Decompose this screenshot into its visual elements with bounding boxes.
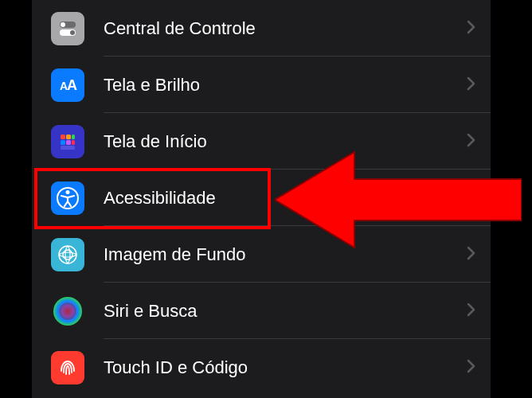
settings-item-label: Siri e Busca bbox=[104, 301, 467, 322]
svg-rect-10 bbox=[66, 140, 71, 145]
display-brightness-icon: A A bbox=[51, 68, 84, 102]
settings-item-touch-id[interactable]: Touch ID e Código bbox=[32, 339, 491, 396]
control-center-icon bbox=[51, 12, 84, 45]
chevron-right-icon bbox=[467, 75, 476, 96]
svg-point-15 bbox=[59, 246, 76, 263]
svg-point-3 bbox=[70, 30, 75, 35]
svg-text:A: A bbox=[67, 77, 77, 93]
settings-panel: Central de Controle A A Tela e Brilho bbox=[32, 0, 491, 398]
home-screen-icon bbox=[51, 125, 84, 158]
svg-rect-8 bbox=[72, 135, 75, 139]
settings-item-label: Imagem de Fundo bbox=[104, 244, 467, 265]
siri-icon bbox=[51, 295, 84, 328]
svg-rect-11 bbox=[72, 140, 75, 145]
svg-rect-7 bbox=[66, 135, 71, 139]
settings-item-label: Acessibilidade bbox=[104, 188, 467, 209]
settings-item-label: Touch ID e Código bbox=[104, 357, 467, 378]
chevron-right-icon bbox=[467, 301, 476, 322]
settings-item-home-screen[interactable]: Tela de Início bbox=[32, 113, 491, 170]
touch-id-icon bbox=[51, 351, 84, 384]
accessibility-icon bbox=[51, 181, 84, 215]
settings-list: Central de Controle A A Tela e Brilho bbox=[32, 0, 491, 396]
svg-point-16 bbox=[63, 250, 72, 259]
svg-rect-6 bbox=[61, 135, 65, 139]
wallpaper-icon bbox=[51, 238, 84, 271]
chevron-right-icon bbox=[467, 131, 476, 152]
settings-item-label: Tela e Brilho bbox=[104, 75, 467, 96]
chevron-right-icon bbox=[467, 244, 476, 265]
svg-rect-9 bbox=[61, 140, 65, 145]
chevron-right-icon bbox=[467, 357, 476, 378]
svg-point-18 bbox=[59, 302, 76, 320]
svg-point-1 bbox=[61, 22, 65, 27]
settings-item-label: Tela de Início bbox=[104, 131, 467, 152]
settings-item-accessibility[interactable]: Acessibilidade bbox=[32, 170, 491, 226]
settings-item-control-center[interactable]: Central de Controle bbox=[32, 0, 491, 57]
chevron-right-icon bbox=[467, 18, 476, 39]
svg-point-14 bbox=[66, 190, 70, 194]
settings-item-siri-search[interactable]: Siri e Busca bbox=[32, 283, 491, 339]
settings-item-wallpaper[interactable]: Imagem de Fundo bbox=[32, 226, 491, 283]
svg-rect-12 bbox=[61, 146, 75, 150]
settings-item-display-brightness[interactable]: A A Tela e Brilho bbox=[32, 57, 491, 113]
chevron-right-icon bbox=[467, 188, 476, 209]
settings-item-label: Central de Controle bbox=[104, 18, 467, 39]
